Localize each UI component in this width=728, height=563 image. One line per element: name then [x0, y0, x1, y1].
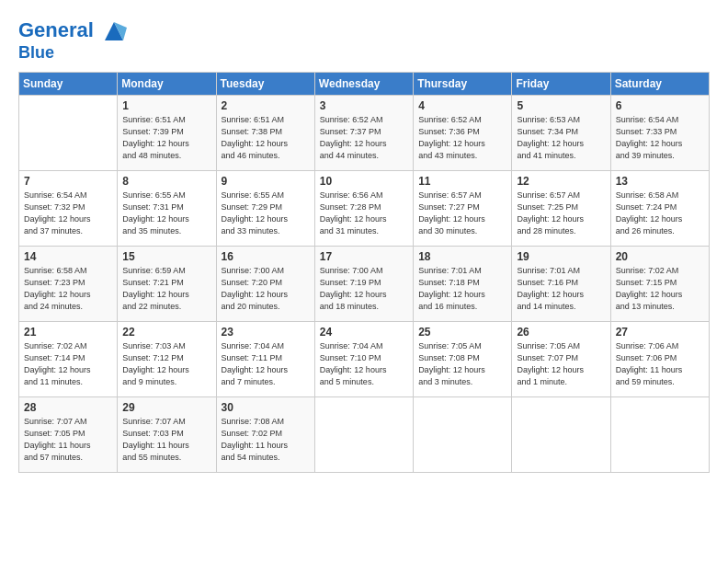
day-number: 25 — [418, 326, 506, 339]
day-info: Sunrise: 7:07 AM Sunset: 7:03 PM Dayligh… — [122, 416, 210, 464]
day-number: 10 — [320, 175, 408, 188]
day-cell: 19Sunrise: 7:01 AM Sunset: 7:16 PM Dayli… — [512, 246, 610, 321]
day-info: Sunrise: 7:02 AM Sunset: 7:14 PM Dayligh… — [24, 340, 112, 388]
day-number: 1 — [122, 99, 210, 112]
day-cell: 5Sunrise: 6:53 AM Sunset: 7:34 PM Daylig… — [512, 95, 610, 170]
day-info: Sunrise: 7:08 AM Sunset: 7:02 PM Dayligh… — [222, 416, 310, 464]
day-number: 9 — [222, 175, 310, 188]
day-info: Sunrise: 7:00 AM Sunset: 7:20 PM Dayligh… — [222, 265, 310, 313]
day-number: 4 — [418, 99, 506, 112]
day-cell: 10Sunrise: 6:56 AM Sunset: 7:28 PM Dayli… — [314, 170, 413, 246]
day-cell: 24Sunrise: 7:04 AM Sunset: 7:10 PM Dayli… — [314, 321, 413, 396]
day-number: 23 — [222, 326, 310, 339]
day-number: 20 — [616, 250, 704, 263]
day-cell: 18Sunrise: 7:01 AM Sunset: 7:18 PM Dayli… — [414, 246, 512, 321]
day-cell: 8Sunrise: 6:55 AM Sunset: 7:31 PM Daylig… — [118, 170, 216, 246]
day-cell: 2Sunrise: 6:51 AM Sunset: 7:38 PM Daylig… — [216, 95, 314, 170]
day-info: Sunrise: 7:05 AM Sunset: 7:07 PM Dayligh… — [517, 340, 605, 388]
logo-icon — [101, 18, 127, 44]
day-info: Sunrise: 7:02 AM Sunset: 7:15 PM Dayligh… — [616, 265, 704, 313]
day-number: 3 — [320, 99, 408, 112]
col-header-saturday: Saturday — [610, 72, 709, 95]
logo: General Blue — [18, 18, 127, 63]
day-info: Sunrise: 6:55 AM Sunset: 7:31 PM Dayligh… — [122, 190, 210, 237]
day-cell: 13Sunrise: 6:58 AM Sunset: 7:24 PM Dayli… — [610, 170, 709, 246]
day-cell: 27Sunrise: 7:06 AM Sunset: 7:06 PM Dayli… — [610, 321, 709, 396]
header: General Blue — [18, 15, 710, 63]
day-number: 13 — [616, 175, 704, 188]
day-info: Sunrise: 6:59 AM Sunset: 7:21 PM Dayligh… — [122, 265, 210, 313]
day-info: Sunrise: 7:04 AM Sunset: 7:11 PM Dayligh… — [222, 340, 310, 388]
day-number: 17 — [320, 250, 408, 263]
day-cell: 15Sunrise: 6:59 AM Sunset: 7:21 PM Dayli… — [118, 246, 216, 321]
week-row-4: 21Sunrise: 7:02 AM Sunset: 7:14 PM Dayli… — [19, 321, 710, 396]
col-header-thursday: Thursday — [414, 72, 512, 95]
day-number: 15 — [122, 250, 210, 263]
day-cell: 23Sunrise: 7:04 AM Sunset: 7:11 PM Dayli… — [216, 321, 314, 396]
logo-text: General — [18, 18, 127, 44]
day-info: Sunrise: 6:51 AM Sunset: 7:38 PM Dayligh… — [222, 114, 310, 162]
day-info: Sunrise: 6:53 AM Sunset: 7:34 PM Dayligh… — [517, 114, 605, 162]
day-cell: 9Sunrise: 6:55 AM Sunset: 7:29 PM Daylig… — [216, 170, 314, 246]
day-number: 30 — [222, 401, 310, 414]
day-cell: 1Sunrise: 6:51 AM Sunset: 7:39 PM Daylig… — [118, 95, 216, 170]
day-cell: 14Sunrise: 6:58 AM Sunset: 7:23 PM Dayli… — [19, 246, 118, 321]
week-row-3: 14Sunrise: 6:58 AM Sunset: 7:23 PM Dayli… — [19, 246, 710, 321]
day-info: Sunrise: 6:55 AM Sunset: 7:29 PM Dayligh… — [222, 190, 310, 237]
day-cell — [19, 95, 118, 170]
week-row-1: 1Sunrise: 6:51 AM Sunset: 7:39 PM Daylig… — [19, 95, 710, 170]
day-number: 16 — [222, 250, 310, 263]
day-info: Sunrise: 6:54 AM Sunset: 7:32 PM Dayligh… — [24, 190, 112, 237]
header-row: SundayMondayTuesdayWednesdayThursdayFrid… — [19, 72, 710, 95]
day-info: Sunrise: 6:52 AM Sunset: 7:36 PM Dayligh… — [418, 114, 506, 162]
day-number: 29 — [122, 401, 210, 414]
week-row-5: 28Sunrise: 7:07 AM Sunset: 7:05 PM Dayli… — [19, 396, 710, 472]
day-info: Sunrise: 7:07 AM Sunset: 7:05 PM Dayligh… — [24, 416, 112, 464]
day-number: 22 — [122, 326, 210, 339]
day-info: Sunrise: 6:58 AM Sunset: 7:24 PM Dayligh… — [616, 190, 704, 237]
day-info: Sunrise: 7:06 AM Sunset: 7:06 PM Dayligh… — [616, 340, 704, 388]
day-cell: 4Sunrise: 6:52 AM Sunset: 7:36 PM Daylig… — [414, 95, 512, 170]
day-number: 14 — [24, 250, 112, 263]
day-info: Sunrise: 6:56 AM Sunset: 7:28 PM Dayligh… — [320, 190, 408, 237]
day-info: Sunrise: 6:57 AM Sunset: 7:27 PM Dayligh… — [418, 190, 506, 237]
day-number: 12 — [517, 175, 605, 188]
col-header-wednesday: Wednesday — [314, 72, 413, 95]
day-cell — [414, 396, 512, 472]
day-cell: 7Sunrise: 6:54 AM Sunset: 7:32 PM Daylig… — [19, 170, 118, 246]
day-cell: 22Sunrise: 7:03 AM Sunset: 7:12 PM Dayli… — [118, 321, 216, 396]
day-info: Sunrise: 6:52 AM Sunset: 7:37 PM Dayligh… — [320, 114, 408, 162]
day-info: Sunrise: 6:57 AM Sunset: 7:25 PM Dayligh… — [517, 190, 605, 237]
day-number: 7 — [24, 175, 112, 188]
col-header-friday: Friday — [512, 72, 610, 95]
day-info: Sunrise: 7:00 AM Sunset: 7:19 PM Dayligh… — [320, 265, 408, 313]
col-header-monday: Monday — [118, 72, 216, 95]
day-cell: 28Sunrise: 7:07 AM Sunset: 7:05 PM Dayli… — [19, 396, 118, 472]
day-cell — [512, 396, 610, 472]
day-number: 28 — [24, 401, 112, 414]
day-number: 5 — [517, 99, 605, 112]
day-info: Sunrise: 6:58 AM Sunset: 7:23 PM Dayligh… — [24, 265, 112, 313]
day-number: 26 — [517, 326, 605, 339]
logo-blue: Blue — [18, 44, 127, 63]
day-info: Sunrise: 7:01 AM Sunset: 7:18 PM Dayligh… — [418, 265, 506, 313]
day-cell: 30Sunrise: 7:08 AM Sunset: 7:02 PM Dayli… — [216, 396, 314, 472]
day-number: 18 — [418, 250, 506, 263]
day-cell: 16Sunrise: 7:00 AM Sunset: 7:20 PM Dayli… — [216, 246, 314, 321]
col-header-sunday: Sunday — [19, 72, 118, 95]
day-number: 6 — [616, 99, 704, 112]
day-info: Sunrise: 6:51 AM Sunset: 7:39 PM Dayligh… — [122, 114, 210, 162]
day-info: Sunrise: 6:54 AM Sunset: 7:33 PM Dayligh… — [616, 114, 704, 162]
page: General Blue SundayMondayTuesdayWednesda… — [0, 0, 728, 563]
day-cell: 3Sunrise: 6:52 AM Sunset: 7:37 PM Daylig… — [314, 95, 413, 170]
day-cell: 17Sunrise: 7:00 AM Sunset: 7:19 PM Dayli… — [314, 246, 413, 321]
day-info: Sunrise: 7:01 AM Sunset: 7:16 PM Dayligh… — [517, 265, 605, 313]
day-number: 11 — [418, 175, 506, 188]
col-header-tuesday: Tuesday — [216, 72, 314, 95]
day-cell — [314, 396, 413, 472]
day-info: Sunrise: 7:03 AM Sunset: 7:12 PM Dayligh… — [122, 340, 210, 388]
calendar-table: SundayMondayTuesdayWednesdayThursdayFrid… — [18, 72, 710, 473]
day-number: 21 — [24, 326, 112, 339]
day-cell: 12Sunrise: 6:57 AM Sunset: 7:25 PM Dayli… — [512, 170, 610, 246]
day-info: Sunrise: 7:05 AM Sunset: 7:08 PM Dayligh… — [418, 340, 506, 388]
